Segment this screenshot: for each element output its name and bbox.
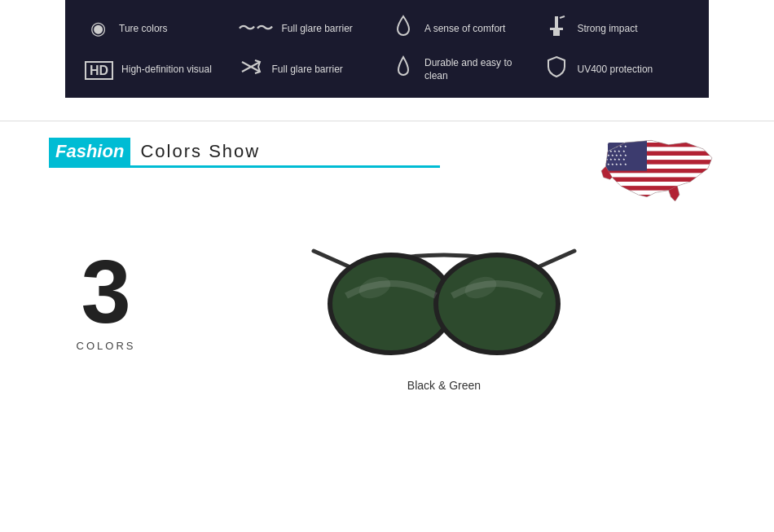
feature-true-colors: ◉ Ture colors [85, 15, 231, 42]
colors-number: 3 [81, 247, 130, 336]
feature-banner: ◉ Ture colors 〜〜 Full glare barrier A se… [65, 0, 709, 98]
fashion-rest-text: Colors Show [134, 141, 260, 162]
svg-line-30 [538, 251, 574, 267]
svg-rect-1 [550, 28, 563, 30]
lashes-icon: 〜〜 [238, 16, 274, 41]
usa-flag-icon: ★ ★ ★ ★ ★ ★ ★ ★ ★ ★ ★ ★ ★ ★ ★ ★ ★ ★ ★ ★ … [595, 130, 725, 208]
impact-icon [543, 15, 570, 42]
cyan-accent-line [49, 165, 440, 168]
feature-durable-label: Durable and easy to clean [424, 56, 537, 82]
feature-uv400-label: UV400 protection [578, 63, 653, 76]
feature-hd-label: High-definition visual [121, 63, 212, 76]
fashion-title: Fashion Colors Show [49, 138, 260, 165]
feature-full-glare-1-label: Full glare barrier [282, 22, 353, 35]
shuffle-icon [238, 57, 264, 81]
shield-icon [543, 55, 570, 83]
svg-rect-20 [599, 191, 720, 195]
colors-display: 3 COLORS Black & Green [0, 198, 774, 408]
feature-comfort-label: A sense of comfort [424, 22, 505, 35]
feature-full-glare-2-label: Full glare barrier [272, 63, 343, 76]
sunglasses-image [306, 206, 583, 369]
svg-text:★ ★ ★ ★ ★ ★: ★ ★ ★ ★ ★ ★ [603, 153, 627, 157]
feature-uv400: UV400 protection [543, 55, 690, 83]
colors-text: COLORS [77, 340, 136, 352]
feature-strong-impact: Strong impact [543, 15, 690, 42]
droplet-icon [390, 55, 416, 83]
feature-hd: HD High-definition visual [85, 55, 231, 83]
svg-rect-19 [599, 186, 720, 190]
svg-rect-7 [599, 134, 720, 138]
sunglasses-display: Black & Green [163, 206, 725, 392]
feature-true-colors-label: Ture colors [119, 22, 168, 35]
drop-icon [390, 15, 416, 42]
svg-rect-2 [553, 30, 560, 36]
fashion-section: Fashion Colors Show [0, 121, 774, 198]
svg-line-3 [560, 16, 565, 18]
feature-full-glare-1: 〜〜 Full glare barrier [238, 15, 385, 42]
eye-icon: ◉ [85, 18, 111, 39]
feature-full-glare-2: Full glare barrier [238, 55, 385, 83]
colors-count-block: 3 COLORS [49, 247, 163, 352]
feature-strong-impact-label: Strong impact [578, 22, 638, 35]
svg-rect-17 [599, 178, 720, 182]
svg-line-29 [314, 251, 350, 267]
feature-comfort: A sense of comfort [390, 15, 537, 42]
fashion-highlight-text: Fashion [49, 138, 130, 165]
flag-container: ★ ★ ★ ★ ★ ★ ★ ★ ★ ★ ★ ★ ★ ★ ★ ★ ★ ★ ★ ★ … [595, 130, 725, 203]
product-color-label: Black & Green [407, 379, 481, 392]
svg-rect-8 [599, 138, 720, 143]
svg-text:★ ★ ★ ★ ★: ★ ★ ★ ★ ★ [605, 157, 626, 161]
svg-rect-0 [555, 16, 558, 28]
svg-rect-16 [599, 173, 720, 177]
svg-point-32 [436, 255, 558, 353]
svg-text:★ ★ ★ ★ ★ ★: ★ ★ ★ ★ ★ ★ [603, 136, 627, 140]
hd-icon: HD [85, 59, 113, 80]
feature-durable: Durable and easy to clean [390, 55, 537, 83]
